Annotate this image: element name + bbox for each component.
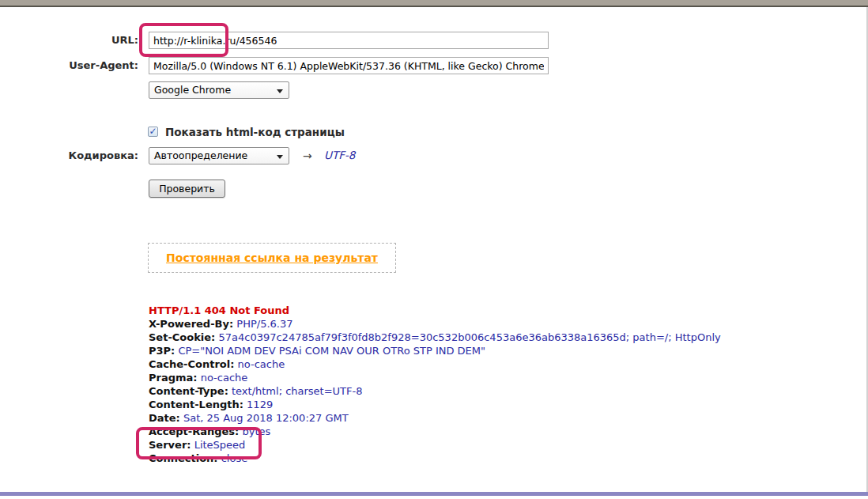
browser-select-value: Google Chrome bbox=[154, 84, 231, 96]
page: URL: User-Agent: Google Chrome ✓ Показат… bbox=[0, 0, 868, 499]
header-name: Connection: bbox=[149, 452, 218, 464]
header-value: no-cache bbox=[238, 358, 285, 370]
show-html-checkbox[interactable]: ✓ bbox=[148, 127, 158, 137]
header-value: bytes bbox=[242, 425, 270, 437]
header-row: Date: Sat, 25 Aug 2018 12:00:27 GMT bbox=[149, 411, 721, 425]
header-value: LiteSpeed bbox=[194, 439, 246, 451]
header-row: Set-Cookie: 57a4c0397c24785af79f3f0fd8b2… bbox=[149, 331, 721, 344]
encoding-select[interactable]: Автоопределение bbox=[149, 147, 289, 164]
header-row: Cache-Control: no-cache bbox=[149, 357, 721, 371]
user-agent-label: User-Agent: bbox=[0, 59, 138, 71]
browser-select[interactable]: Google Chrome bbox=[149, 81, 289, 99]
user-agent-input[interactable] bbox=[149, 57, 549, 74]
header-name: Server: bbox=[149, 439, 191, 451]
check-button[interactable]: Проверить bbox=[149, 180, 225, 198]
header-value: Sat, 25 Aug 2018 12:00:27 GMT bbox=[183, 412, 349, 424]
header-name: Pragma: bbox=[149, 372, 198, 384]
header-name: Content-Type: bbox=[149, 385, 228, 397]
response-headers: X-Powered-By: PHP/5.6.37 Set-Cookie: 57a… bbox=[149, 317, 721, 465]
header-name: P3P: bbox=[149, 345, 175, 357]
permalink-link[interactable]: Постоянная ссылка на результат bbox=[166, 251, 378, 264]
window-bottom-edge bbox=[0, 492, 868, 496]
header-name: Cache-Control: bbox=[149, 358, 234, 370]
header-value: no-cache bbox=[201, 372, 248, 384]
encoding-select-value: Автоопределение bbox=[154, 149, 247, 161]
header-name: Content-Length: bbox=[149, 399, 243, 410]
checkmark-icon: ✓ bbox=[149, 126, 157, 137]
header-name: Date: bbox=[149, 412, 180, 424]
chevron-down-icon bbox=[277, 89, 283, 93]
window-top-bar bbox=[0, 0, 868, 7]
header-value: text/html; charset=UTF-8 bbox=[232, 385, 363, 397]
url-label: URL: bbox=[0, 34, 138, 46]
header-value: CP="NOI ADM DEV PSAi COM NAV OUR OTRo ST… bbox=[178, 345, 485, 357]
header-name: Accept-Ranges: bbox=[149, 425, 239, 437]
http-status-line: HTTP/1.1 404 Not Found bbox=[149, 304, 721, 317]
header-value: 57a4c0397c24785af79f3f0fd8b2f928=30c532b… bbox=[218, 331, 720, 343]
header-row: Accept-Ranges: bytes bbox=[149, 425, 721, 438]
show-html-label[interactable]: Показать html-код страницы bbox=[165, 126, 345, 138]
url-input[interactable] bbox=[149, 32, 549, 49]
header-row: Content-Type: text/html; charset=UTF-8 bbox=[149, 384, 721, 398]
right-arrow-icon: → bbox=[303, 149, 312, 162]
chevron-down-icon bbox=[277, 155, 283, 159]
header-row: Pragma: no-cache bbox=[149, 371, 721, 384]
header-row: Content-Length: 1129 bbox=[149, 398, 721, 411]
response-headers-block: HTTP/1.1 404 Not Found X-Powered-By: PHP… bbox=[149, 304, 721, 465]
detected-encoding-value: UTF-8 bbox=[324, 149, 355, 161]
encoding-label: Кодировка: bbox=[0, 149, 138, 161]
header-name: Set-Cookie: bbox=[149, 331, 215, 343]
header-row: Connection: close bbox=[149, 452, 721, 465]
header-value: PHP/5.6.37 bbox=[236, 318, 292, 330]
permalink-box: Постоянная ссылка на результат bbox=[148, 243, 396, 273]
header-value: close bbox=[221, 452, 247, 464]
header-name: X-Powered-By: bbox=[149, 318, 233, 330]
header-row: X-Powered-By: PHP/5.6.37 bbox=[149, 317, 721, 331]
header-row: Server: LiteSpeed bbox=[149, 438, 721, 452]
header-value: 1129 bbox=[247, 399, 273, 410]
header-row: P3P: CP="NOI ADM DEV PSAi COM NAV OUR OT… bbox=[149, 344, 721, 357]
